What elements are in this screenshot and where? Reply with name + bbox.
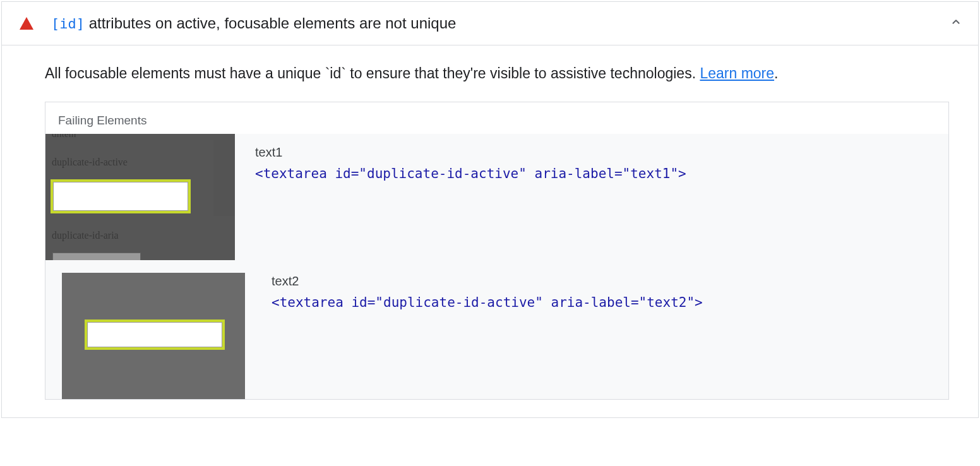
- audit-body: All focusable elements must have a uniqu…: [2, 45, 978, 417]
- element-thumbnail: dlitem duplicate-id-active duplicate-id-…: [45, 134, 235, 260]
- failing-element-detail: text1 <textarea id="duplicate-id-active"…: [235, 134, 948, 188]
- audit-item: [id] attributes on active, focusable ele…: [1, 1, 979, 418]
- failing-element-row[interactable]: dlitem duplicate-id-active duplicate-id-…: [45, 134, 948, 260]
- desc-text-before: All focusable elements must have a uniqu…: [45, 65, 325, 81]
- svg-marker-0: [20, 17, 33, 30]
- chevron-up-icon: [949, 15, 963, 32]
- thumb-highlighted-textarea: [51, 179, 191, 213]
- desc-text-after: to ensure that they're visible to assist…: [346, 65, 700, 81]
- failing-element-row[interactable]: text2 <textarea id="duplicate-id-active"…: [45, 260, 948, 399]
- audit-title-code: [id]: [51, 16, 85, 32]
- learn-more-link[interactable]: Learn more: [700, 65, 774, 81]
- desc-period: .: [774, 65, 778, 81]
- thumb-highlighted-textarea: [85, 320, 225, 350]
- audit-title: [id] attributes on active, focusable ele…: [51, 13, 949, 33]
- element-code-snippet: <textarea id="duplicate-id-active" aria-…: [255, 166, 941, 181]
- audit-description: All focusable elements must have a uniqu…: [45, 63, 949, 83]
- audit-header-row[interactable]: [id] attributes on active, focusable ele…: [2, 2, 978, 45]
- failing-elements-list: dlitem duplicate-id-active duplicate-id-…: [45, 134, 948, 399]
- element-thumbnail: [62, 273, 245, 399]
- element-label: text2: [272, 274, 941, 289]
- failing-elements-panel: Failing Elements dlitem duplicate-id-act…: [45, 102, 949, 400]
- desc-code-word: `id`: [325, 65, 346, 81]
- audit-title-text: attributes on active, focusable elements…: [85, 15, 456, 32]
- element-label: text1: [255, 145, 941, 160]
- failing-elements-title: Failing Elements: [45, 102, 948, 134]
- failing-element-detail: text2 <textarea id="duplicate-id-active"…: [245, 273, 948, 316]
- element-code-snippet: <textarea id="duplicate-id-active" aria-…: [272, 295, 941, 310]
- fail-triangle-icon: [20, 17, 33, 30]
